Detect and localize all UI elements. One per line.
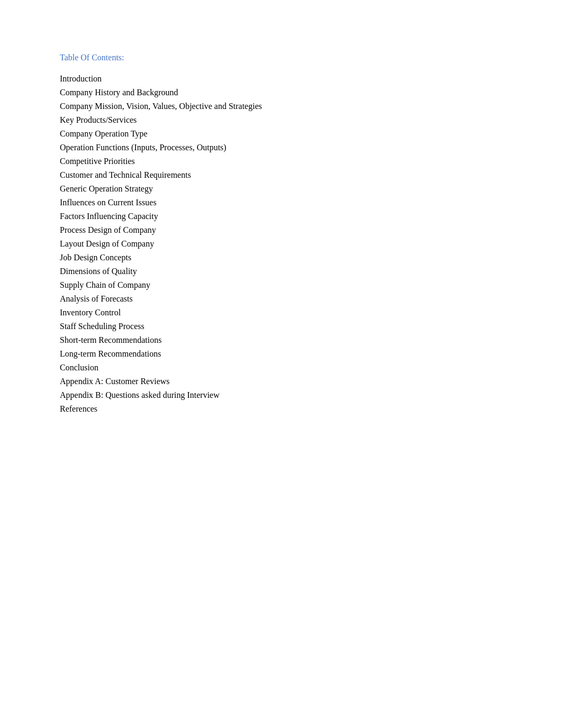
- toc-item: Analysis of Forecasts: [60, 292, 502, 306]
- toc-item: Company Operation Type: [60, 127, 502, 141]
- toc-item: Introduction: [60, 72, 502, 86]
- toc-item: Company Mission, Vision, Values, Objecti…: [60, 99, 502, 113]
- toc-item: Dimensions of Quality: [60, 265, 502, 278]
- toc-item: Competitive Priorities: [60, 154, 502, 168]
- toc-item: Influences on Current Issues: [60, 196, 502, 210]
- toc-item: Job Design Concepts: [60, 251, 502, 265]
- toc-item: Layout Design of Company: [60, 237, 502, 251]
- page-container: Table Of Contents: IntroductionCompany H…: [0, 0, 562, 469]
- toc-item: Appendix B: Questions asked during Inter…: [60, 388, 502, 402]
- toc-item: Factors Influencing Capacity: [60, 210, 502, 223]
- toc-item: Generic Operation Strategy: [60, 182, 502, 196]
- toc-item: Appendix A: Customer Reviews: [60, 375, 502, 388]
- toc-item: Key Products/Services: [60, 113, 502, 127]
- toc-item: Operation Functions (Inputs, Processes, …: [60, 141, 502, 154]
- toc-item: Supply Chain of Company: [60, 278, 502, 292]
- toc-item: Customer and Technical Requirements: [60, 168, 502, 182]
- toc-item: Staff Scheduling Process: [60, 320, 502, 333]
- toc-item: Inventory Control: [60, 306, 502, 320]
- toc-heading: Table Of Contents:: [60, 53, 502, 62]
- toc-list: IntroductionCompany History and Backgrou…: [60, 72, 502, 416]
- toc-item: Long-term Recommendations: [60, 347, 502, 361]
- toc-item: Conclusion: [60, 361, 502, 375]
- toc-item: References: [60, 402, 502, 416]
- toc-item: Short-term Recommendations: [60, 333, 502, 347]
- toc-item: Process Design of Company: [60, 223, 502, 237]
- toc-item: Company History and Background: [60, 86, 502, 99]
